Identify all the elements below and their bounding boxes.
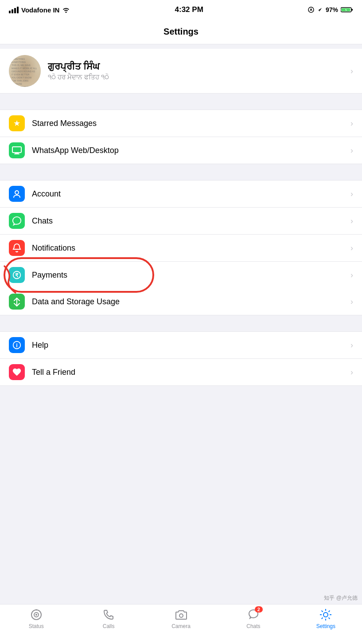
whatsapp-web-label: WhatsApp Web/Desktop — [25, 146, 350, 155]
battery-label: 97% — [326, 6, 338, 13]
tell-friend-row[interactable]: Tell a Friend › — [0, 359, 362, 385]
profile-name: ਗੁਰਪ੍ਰੀਤ ਸਿੰਘ — [48, 61, 350, 72]
tell-friend-chevron: › — [350, 368, 353, 377]
section-gap-2 — [0, 164, 362, 180]
tell-friend-label: Tell a Friend — [25, 368, 350, 377]
account-label: Account — [25, 189, 350, 199]
svg-point-15 — [35, 609, 37, 611]
chats-tab-label: Chats — [246, 623, 260, 629]
svg-line-24 — [329, 611, 330, 612]
account-icon — [9, 186, 25, 202]
svg-rect-5 — [15, 153, 19, 153]
tell-friend-icon — [9, 364, 25, 380]
settings-tab-icon — [319, 608, 332, 621]
data-storage-label: Data and Storage Usage — [25, 297, 350, 306]
navigation-icon — [317, 7, 323, 13]
chats-settings-label: Chats — [25, 216, 350, 226]
data-storage-chevron: › — [350, 297, 353, 306]
help-icon: i — [9, 337, 25, 353]
page-content: Vodafone IN 4:32 PM 97% Settings — [0, 0, 362, 446]
whatsapp-web-chevron: › — [350, 146, 353, 155]
notifications-icon — [9, 240, 25, 256]
camera-tab-icon — [175, 608, 188, 621]
chats-settings-chevron: › — [350, 216, 353, 226]
carrier-label: Vodafone IN — [21, 6, 59, 14]
watermark: 知乎 @卢允德 — [324, 594, 358, 602]
tab-camera[interactable]: Camera — [145, 608, 217, 629]
tab-calls[interactable]: Calls — [72, 608, 144, 629]
payments-row-wrapper: ₹ Payments › — [0, 262, 362, 288]
section-gap-3 — [0, 315, 362, 331]
wifi-icon — [62, 7, 70, 13]
help-chevron: › — [350, 341, 353, 350]
profile-info: ਗੁਰਪ੍ਰੀਤ ਸਿੰਘ ੧੦ੋ ਹਰ ਮੈਦਾਨ ਫਤਿਹ ੧੦ੋ — [41, 61, 350, 81]
whatsapp-web-row[interactable]: WhatsApp Web/Desktop › — [0, 137, 362, 164]
svg-rect-4 — [12, 147, 21, 153]
camera-tab-label: Camera — [171, 623, 191, 629]
whatsapp-web-icon — [9, 142, 25, 158]
starred-messages-chevron: › — [350, 119, 353, 128]
svg-point-14 — [35, 614, 37, 616]
tab-chats[interactable]: 2 Chats — [217, 608, 289, 629]
page-title: Settings — [163, 27, 199, 37]
notifications-row[interactable]: Notifications › — [0, 235, 362, 262]
battery-icon — [341, 7, 353, 13]
svg-point-7 — [15, 191, 19, 194]
status-left: Vodafone IN — [9, 6, 70, 14]
settings-group-1: ★ Starred Messages › WhatsApp Web/Deskto… — [0, 110, 362, 164]
status-time: 4:32 PM — [175, 5, 203, 14]
payments-chevron: › — [350, 271, 353, 280]
starred-messages-label: Starred Messages — [25, 119, 350, 128]
svg-line-25 — [322, 618, 323, 619]
status-tab-label: Status — [29, 623, 44, 629]
payments-label: Payments — [25, 271, 350, 280]
svg-point-17 — [323, 613, 328, 617]
profile-status: ੧੦ੋ ਹਰ ਮੈਦਾਨ ਫਤਿਹ ੧੦ੋ — [48, 73, 350, 81]
starred-messages-icon: ★ — [9, 115, 25, 131]
section-gap-bottom — [0, 386, 362, 402]
status-tab-icon — [30, 608, 43, 621]
svg-rect-2 — [351, 9, 353, 11]
help-row[interactable]: i Help › — [0, 332, 362, 359]
chats-badge: 2 — [255, 606, 263, 613]
payments-row[interactable]: ₹ Payments › — [0, 262, 362, 288]
profile-chevron: › — [350, 67, 353, 76]
profile-row[interactable]: SOMETHING EVERYTHING THIS IS. WE HAVE MA… — [0, 49, 362, 94]
account-chevron: › — [350, 189, 353, 199]
avatar: SOMETHING EVERYTHING THIS IS. WE HAVE MA… — [9, 55, 41, 87]
settings-tab-label: Settings — [316, 623, 335, 629]
notifications-chevron: › — [350, 243, 353, 253]
help-label: Help — [25, 341, 350, 350]
starred-messages-row[interactable]: ★ Starred Messages › — [0, 110, 362, 137]
tab-settings[interactable]: Settings — [290, 608, 362, 629]
section-gap-top — [0, 44, 362, 49]
location-icon — [308, 7, 314, 13]
account-row[interactable]: Account › — [0, 181, 362, 208]
tab-bar: Status Calls Camera 2 Chats — [0, 604, 362, 644]
settings-group-2: Account › Chats › Notifications › — [0, 180, 362, 315]
status-bar: Vodafone IN 4:32 PM 97% — [0, 0, 362, 20]
signal-icon — [9, 7, 19, 13]
chats-tab-icon: 2 — [247, 608, 260, 621]
settings-group-3: i Help › Tell a Friend › — [0, 331, 362, 386]
chats-settings-row[interactable]: Chats › — [0, 208, 362, 235]
svg-line-22 — [322, 611, 323, 612]
svg-rect-6 — [14, 153, 19, 154]
svg-line-23 — [329, 618, 330, 619]
chats-settings-icon — [9, 213, 25, 229]
calls-tab-label: Calls — [103, 623, 115, 629]
tab-status[interactable]: Status — [0, 608, 72, 629]
section-gap-1 — [0, 94, 362, 110]
notifications-label: Notifications — [25, 243, 350, 253]
status-right: 97% — [308, 6, 353, 13]
svg-point-16 — [179, 614, 183, 617]
nav-bar: Settings — [0, 20, 362, 44]
svg-text:i: i — [16, 342, 18, 349]
calls-tab-icon — [102, 608, 115, 621]
data-storage-row[interactable]: Data and Storage Usage › — [0, 288, 362, 315]
data-storage-icon — [9, 294, 25, 310]
payments-icon: ₹ — [9, 267, 25, 283]
svg-text:₹: ₹ — [15, 272, 19, 279]
